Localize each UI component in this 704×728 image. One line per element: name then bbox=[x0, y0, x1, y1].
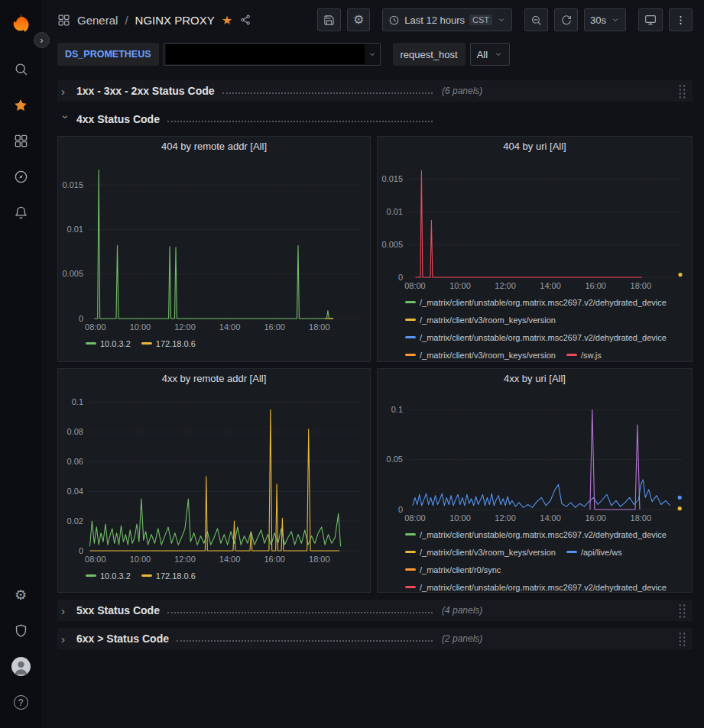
tv-view-button[interactable] bbox=[638, 8, 663, 31]
dashboard-grid-icon[interactable] bbox=[57, 14, 70, 27]
sidebar: ⚙ ? bbox=[0, 0, 41, 728]
breadcrumb-folder[interactable]: General bbox=[77, 14, 118, 27]
svg-text:12:00: 12:00 bbox=[174, 322, 196, 332]
sidebar-item-alerting[interactable] bbox=[0, 195, 41, 231]
save-dashboard-button[interactable] bbox=[317, 8, 341, 31]
time-series-chart[interactable]: 00.050.108:0010:0012:0014:0016:0018:00 bbox=[378, 389, 692, 525]
breadcrumb-separator: / bbox=[125, 14, 128, 27]
variables-bar: DS_PROMETHEUS request_host All bbox=[41, 40, 704, 73]
legend-series-label: 172.18.0.6 bbox=[156, 339, 196, 348]
legend-series-label: /_matrix/client/r0/sync bbox=[420, 565, 501, 574]
sidebar-item-starred[interactable] bbox=[0, 87, 41, 123]
svg-text:0.005: 0.005 bbox=[381, 240, 403, 249]
refresh-interval-label: 30s bbox=[590, 15, 606, 26]
legend-item[interactable]: 10.0.3.2 bbox=[86, 569, 131, 582]
sidebar-item-configuration[interactable]: ⚙ bbox=[0, 577, 41, 613]
panel-title[interactable]: 404 by remote addr [All] bbox=[58, 137, 370, 157]
refresh-button[interactable] bbox=[554, 8, 578, 31]
svg-text:12:00: 12:00 bbox=[174, 555, 196, 564]
svg-text:16:00: 16:00 bbox=[585, 513, 606, 523]
svg-text:0.04: 0.04 bbox=[67, 487, 83, 496]
dashboards-icon bbox=[14, 134, 28, 148]
grafana-logo-icon bbox=[9, 12, 32, 35]
row-title: 6xx > Status Code bbox=[76, 633, 169, 645]
row-drag-handle[interactable] bbox=[678, 632, 686, 646]
row-drag-handle[interactable] bbox=[678, 603, 686, 618]
row-panel-count: (2 panels) bbox=[442, 633, 482, 644]
legend-series-swatch bbox=[141, 574, 152, 577]
more-options-button[interactable] bbox=[669, 8, 693, 31]
legend-series-swatch bbox=[405, 533, 416, 535]
legend-item[interactable]: /_matrix/client/r0/sync bbox=[405, 563, 501, 576]
share-icon[interactable] bbox=[239, 14, 251, 26]
chevron-down-icon bbox=[497, 15, 506, 24]
row-5xx[interactable]: › 5xx Status Code (4 panels) bbox=[57, 600, 693, 621]
request-host-variable-label[interactable]: request_host bbox=[393, 43, 466, 66]
legend-item[interactable]: /api/live/ws bbox=[566, 545, 622, 558]
svg-text:10:00: 10:00 bbox=[449, 513, 471, 523]
chevron-down-icon: › bbox=[60, 115, 73, 124]
legend-series-label: 172.18.0.6 bbox=[156, 571, 196, 581]
svg-text:16:00: 16:00 bbox=[264, 555, 285, 564]
legend-item[interactable]: /_matrix/client/v3/room_keys/version bbox=[405, 313, 556, 326]
sidebar-expand-toggle[interactable]: › bbox=[34, 32, 50, 48]
time-range-picker[interactable]: Last 12 hours CST bbox=[382, 8, 512, 31]
svg-text:18:00: 18:00 bbox=[631, 281, 652, 290]
sidebar-item-profile[interactable] bbox=[0, 649, 41, 684]
time-series-chart[interactable]: 00.020.040.060.080.108:0010:0012:0014:00… bbox=[58, 389, 370, 566]
panel-title[interactable]: 4xx by uri [All] bbox=[378, 369, 692, 389]
refresh-interval-dropdown[interactable]: 30s bbox=[584, 8, 626, 31]
row-6xx[interactable]: › 6xx > Status Code (2 panels) bbox=[57, 628, 693, 649]
legend-item[interactable]: /_matrix/client/v3/room_keys/version bbox=[405, 545, 556, 558]
panel-title[interactable]: 404 by uri [All] bbox=[378, 137, 692, 157]
request-host-variable-select[interactable]: All bbox=[470, 43, 510, 66]
legend-item[interactable]: /_matrix/client/unstable/org.matrix.msc2… bbox=[405, 331, 667, 344]
sidebar-item-help[interactable]: ? bbox=[0, 684, 41, 720]
svg-text:0.005: 0.005 bbox=[62, 269, 83, 278]
legend-series-label: /_matrix/client/unstable/org.matrix.msc2… bbox=[420, 583, 667, 592]
datasource-variable-label[interactable]: DS_PROMETHEUS bbox=[57, 43, 159, 66]
legend-series-swatch bbox=[86, 342, 96, 345]
panel-4xx-by-uri: 4xx by uri [All] 00.050.108:0010:0012:00… bbox=[377, 368, 693, 593]
legend-item[interactable]: 10.0.3.2 bbox=[86, 337, 131, 350]
time-series-chart[interactable]: 00.0050.010.01508:0010:0012:0014:0016:00… bbox=[378, 157, 692, 293]
legend-series-swatch bbox=[405, 551, 416, 553]
panel-title[interactable]: 4xx by remote addr [All] bbox=[58, 369, 370, 389]
legend-item[interactable]: 172.18.0.6 bbox=[141, 569, 196, 582]
time-series-chart[interactable]: 00.0050.010.01508:0010:0012:0014:0016:00… bbox=[58, 157, 370, 334]
dashboard-settings-button[interactable]: ⚙ bbox=[347, 8, 370, 31]
favorite-star-icon[interactable]: ★ bbox=[222, 13, 232, 28]
legend-series-label: /_matrix/client/unstable/org.matrix.msc2… bbox=[420, 298, 667, 307]
legend-item[interactable]: 172.18.0.6 bbox=[141, 337, 196, 350]
help-icon: ? bbox=[14, 695, 28, 710]
legend-item[interactable]: /_matrix/client/unstable/org.matrix.msc2… bbox=[405, 296, 667, 309]
legend-item[interactable]: /_matrix/client/unstable/org.matrix.msc2… bbox=[405, 581, 667, 592]
legend-series-swatch bbox=[405, 301, 416, 303]
request-host-variable-value: All bbox=[477, 49, 488, 60]
legend-item[interactable]: /sw.js bbox=[566, 348, 602, 361]
legend-item[interactable]: /_matrix/client/unstable/org.matrix.msc2… bbox=[405, 528, 667, 541]
sidebar-item-dashboards[interactable] bbox=[0, 123, 41, 159]
svg-text:0.06: 0.06 bbox=[67, 457, 83, 466]
sidebar-item-server-admin[interactable] bbox=[0, 613, 41, 649]
chevron-down-icon bbox=[494, 50, 503, 59]
row-1xx-3xx-2xx[interactable]: › 1xx - 3xx - 2xx Status Code (6 panels) bbox=[57, 80, 693, 102]
breadcrumb-dashboard-title[interactable]: NGINX PROXY bbox=[135, 14, 215, 27]
refresh-icon bbox=[560, 15, 572, 26]
zoom-out-icon bbox=[530, 15, 542, 26]
sidebar-item-search[interactable] bbox=[0, 51, 41, 87]
row-dotted-leader bbox=[167, 607, 433, 613]
datasource-variable-select[interactable] bbox=[164, 43, 381, 66]
row-title: 4xx Status Code bbox=[76, 113, 160, 125]
legend-series-label: /_matrix/client/unstable/org.matrix.msc2… bbox=[420, 333, 667, 342]
row-4xx[interactable]: › 4xx Status Code bbox=[57, 108, 693, 130]
sidebar-item-explore[interactable] bbox=[0, 159, 41, 195]
panel-legend: /_matrix/client/unstable/org.matrix.msc2… bbox=[378, 293, 692, 361]
legend-series-swatch bbox=[405, 319, 416, 321]
chevron-right-icon: › bbox=[61, 604, 70, 617]
row-drag-handle[interactable] bbox=[678, 84, 686, 99]
legend-item[interactable]: /_matrix/client/v3/room_keys/version bbox=[405, 348, 556, 361]
gear-icon: ⚙ bbox=[353, 14, 364, 26]
zoom-out-time-button[interactable] bbox=[524, 8, 548, 31]
svg-text:0.015: 0.015 bbox=[62, 180, 83, 189]
